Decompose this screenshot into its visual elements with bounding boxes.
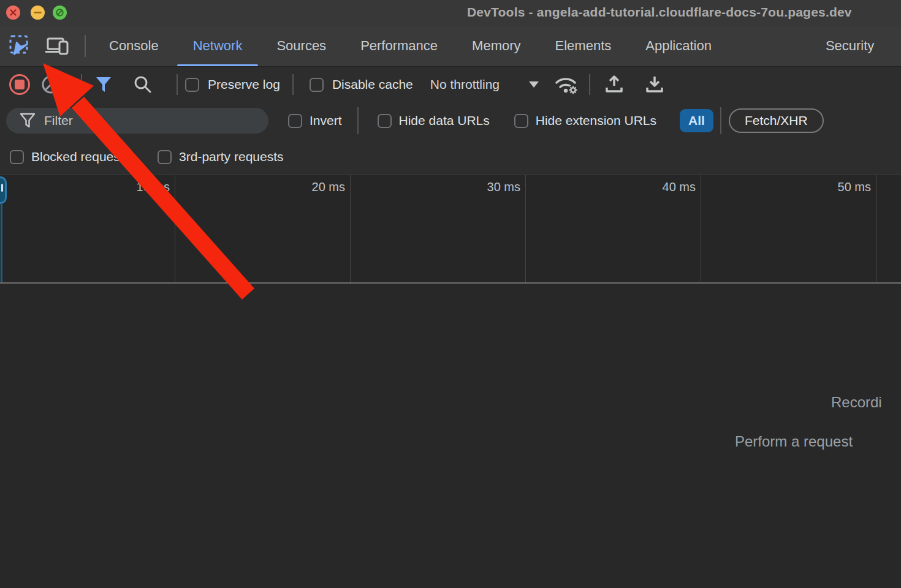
filter-input[interactable] — [44, 113, 246, 128]
device-toolbar-icon — [44, 34, 70, 58]
invert-toggle[interactable]: Invert — [288, 113, 342, 128]
hide-extension-urls-toggle[interactable]: Hide extension URLs — [514, 113, 656, 128]
filterbar-separator — [720, 107, 721, 134]
request-filters-row: Blocked requests 3rd-party requests — [0, 139, 901, 175]
invert-label: Invert — [310, 113, 342, 128]
disable-cache-toggle[interactable]: Disable cache — [310, 77, 413, 92]
disable-cache-label: Disable cache — [332, 77, 413, 92]
minimize-glyph — [31, 6, 45, 20]
close-window-icon[interactable] — [6, 6, 20, 20]
funnel-outline-icon — [20, 112, 36, 129]
timeline-tick: 30 ms — [351, 175, 526, 282]
upload-icon — [603, 74, 625, 96]
search-network-button[interactable] — [129, 70, 157, 99]
toolbar-separator — [589, 74, 590, 95]
tab-performance[interactable]: Performance — [343, 26, 455, 66]
empty-state-hint-text: Perform a request — [735, 433, 853, 450]
network-toolbar: Preserve log Disable cache No throttling — [0, 67, 901, 102]
clear-network-log-button[interactable] — [37, 70, 65, 99]
preserve-log-checkbox[interactable] — [185, 78, 199, 92]
preserve-log-toggle[interactable]: Preserve log — [185, 77, 280, 92]
search-icon — [132, 74, 153, 95]
download-icon — [644, 74, 666, 96]
tab-elements[interactable]: Elements — [538, 26, 629, 66]
filter-input-container[interactable] — [6, 108, 268, 134]
blocked-requests-checkbox[interactable] — [10, 150, 24, 164]
tabbar-separator — [85, 35, 86, 57]
clear-icon — [40, 74, 61, 95]
minimize-window-icon[interactable] — [31, 6, 45, 20]
throttling-selected-value: No throttling — [430, 77, 500, 92]
tab-console[interactable]: Console — [92, 26, 176, 66]
throttling-dropdown[interactable]: No throttling — [430, 77, 539, 92]
active-tab-underline — [177, 64, 259, 66]
timeline-selection-handle[interactable] — [0, 176, 7, 204]
tab-memory[interactable]: Memory — [455, 26, 538, 66]
filter-toggle-button[interactable] — [89, 70, 118, 99]
toolbar-separator — [81, 74, 82, 95]
blocked-requests-toggle[interactable]: Blocked requests — [10, 149, 130, 164]
hide-data-urls-toggle[interactable]: Hide data URLs — [378, 113, 490, 128]
network-conditions-button[interactable] — [552, 70, 580, 99]
timeline-tick: 10 ms — [0, 175, 175, 282]
zoom-window-icon[interactable] — [53, 6, 67, 20]
import-har-button[interactable] — [600, 70, 628, 99]
third-party-requests-toggle[interactable]: 3rd-party requests — [158, 149, 283, 164]
zoom-disabled-glyph — [53, 6, 67, 20]
toolbar-separator — [177, 74, 178, 95]
export-har-button[interactable] — [641, 70, 669, 99]
disable-cache-checkbox[interactable] — [310, 78, 324, 92]
blocked-requests-label: Blocked requests — [31, 149, 130, 164]
timeline-tick: 40 ms — [526, 175, 701, 282]
tab-network[interactable]: Network — [176, 26, 260, 66]
hide-extension-urls-label: Hide extension URLs — [536, 113, 656, 128]
timeline-tick: 50 ms — [701, 175, 876, 282]
hide-extension-urls-checkbox[interactable] — [514, 114, 528, 128]
third-party-requests-label: 3rd-party requests — [179, 149, 283, 164]
funnel-icon — [93, 75, 114, 94]
filterbar-separator — [357, 107, 359, 134]
requests-panel-empty: Recordi Perform a request — [0, 285, 901, 588]
toolbar-separator — [292, 74, 294, 95]
inspect-cursor-icon — [8, 34, 32, 58]
timeline-selection-edge — [1, 203, 2, 282]
preserve-log-label: Preserve log — [208, 77, 280, 92]
empty-state-recording-text: Recordi — [831, 394, 882, 411]
panel-tabs: Console Network Sources Performance Memo… — [92, 26, 891, 66]
toggle-device-toolbar-button[interactable] — [43, 32, 71, 60]
filter-type-fetch-xhr-button[interactable]: Fetch/XHR — [729, 108, 824, 133]
hide-data-urls-checkbox[interactable] — [378, 114, 392, 128]
record-network-log-button[interactable] — [7, 72, 32, 97]
chevron-down-icon — [529, 81, 539, 88]
timeline-tick: 20 ms — [175, 175, 351, 282]
tab-application[interactable]: Application — [628, 26, 729, 66]
window-title-bar: DevTools - angela-add-tutorial.cloudflar… — [0, 0, 901, 26]
inspect-element-button[interactable] — [6, 32, 34, 60]
record-icon — [9, 74, 30, 95]
network-overview-timeline[interactable]: 10 ms 20 ms 30 ms 40 ms 50 ms — [0, 175, 901, 284]
tab-sources[interactable]: Sources — [259, 26, 343, 66]
invert-checkbox[interactable] — [288, 114, 302, 128]
filter-type-all-button[interactable]: All — [680, 109, 713, 132]
third-party-requests-checkbox[interactable] — [158, 150, 172, 164]
network-conditions-icon — [552, 74, 580, 96]
handle-grip-icon — [1, 184, 3, 192]
close-glyph — [6, 6, 20, 20]
tab-security[interactable]: Security — [808, 26, 891, 66]
devtools-tab-bar: Console Network Sources Performance Memo… — [0, 26, 901, 67]
hide-data-urls-label: Hide data URLs — [399, 113, 490, 128]
window-title: DevTools - angela-add-tutorial.cloudflar… — [467, 5, 901, 20]
network-filter-bar: Invert Hide data URLs Hide extension URL… — [0, 102, 901, 139]
